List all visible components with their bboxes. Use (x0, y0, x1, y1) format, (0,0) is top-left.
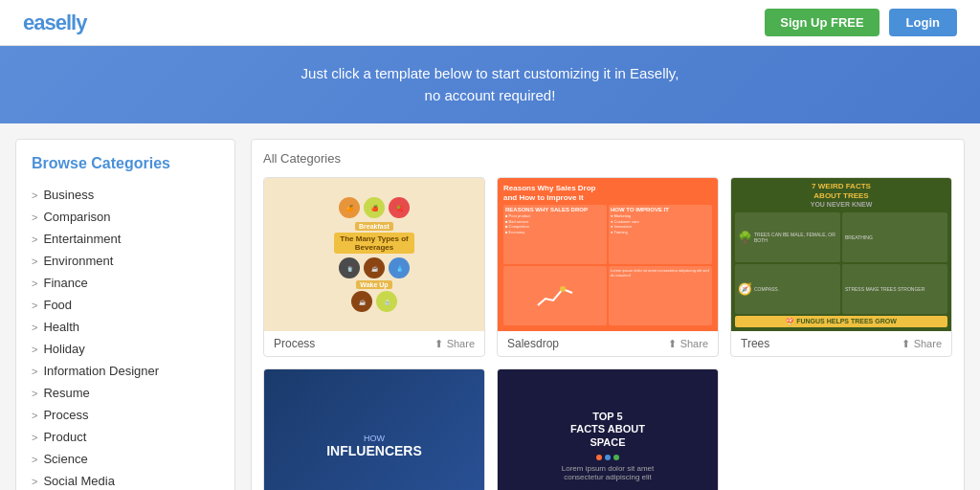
chevron-icon: > (32, 256, 37, 267)
sidebar-item-label: Finance (43, 276, 87, 290)
sales-section-2: HOW TO IMPROVE IT ● Marketing● Customer … (609, 205, 712, 264)
space-dot-1 (596, 455, 602, 460)
sidebar-item-business[interactable]: > Business (32, 184, 219, 206)
sidebar-item-science[interactable]: > Science (32, 448, 219, 470)
bev-breakfast-label: Breakfast (355, 222, 393, 231)
trees-grid: 🌳 TREES CAN BE MALE, FEMALE, OR BOTH BRE… (735, 212, 947, 314)
card-label-salesdrop: Salesdrop (507, 337, 559, 350)
sidebar-item-resume[interactable]: > Resume (32, 382, 219, 404)
svg-point-0 (560, 286, 566, 292)
sidebar-item-label: Comparison (43, 210, 110, 224)
infographic-beverages: 🍊 🍎 🍓 Breakfast The Many Types ofBeverag… (264, 178, 484, 331)
sidebar-item-label: Process (43, 408, 88, 422)
sales-section-4: Lorem ipsum dolor sit amet consectetur a… (609, 266, 712, 325)
infographic-trees: 7 WEIRD FACTSABOUT TREESYOU NEVER KNEW 🌳… (731, 178, 951, 331)
share-button-process[interactable]: ⬆ Share (434, 338, 475, 350)
cards-grid: 🍊 🍎 🍓 Breakfast The Many Types ofBeverag… (263, 177, 952, 490)
login-button[interactable]: Login (889, 9, 957, 36)
bev-main-title: The Many Types ofBeverages (334, 233, 413, 254)
sidebar-item-food[interactable]: > Food (32, 294, 219, 316)
sidebar-item-label: Information Designer (43, 364, 159, 378)
card-image-salesdrop: Reasons Why Sales Dropand How to Improve… (498, 178, 718, 331)
trees-cell-4: STRESS MAKE TREES STRONGER (842, 264, 947, 314)
sidebar-item-label: Resume (43, 386, 89, 400)
sidebar-item-health[interactable]: > Health (32, 316, 219, 338)
sidebar-item-environment[interactable]: > Environment (32, 250, 219, 272)
sidebar-item-label: Product (43, 430, 86, 444)
sidebar-item-label: Environment (43, 254, 113, 268)
chevron-icon: > (32, 300, 37, 311)
infographic-space: TOP 5FACTS ABOUTSPACE Lorem ipsum dolor … (498, 369, 718, 490)
card-trees[interactable]: 7 WEIRD FACTSABOUT TREESYOU NEVER KNEW 🌳… (730, 177, 952, 357)
card-image-trees: 7 WEIRD FACTSABOUT TREESYOU NEVER KNEW 🌳… (731, 178, 951, 331)
sidebar-item-label: Business (43, 188, 94, 202)
share-button-salesdrop[interactable]: ⬆ Share (668, 338, 708, 350)
card-image-space: TOP 5FACTS ABOUTSPACE Lorem ipsum dolor … (498, 369, 718, 490)
chevron-icon: > (32, 454, 37, 465)
banner-line1: Just click a template below to start cus… (19, 63, 961, 85)
sales-section-3 (503, 266, 607, 325)
space-dots (596, 455, 619, 460)
sidebar-item-holiday[interactable]: > Holiday (32, 338, 219, 360)
sidebar: Browse Categories > Business > Compariso… (15, 139, 235, 490)
sales-title: Reasons Why Sales Dropand How to Improve… (503, 184, 712, 202)
sidebar-item-comparison[interactable]: > Comparison (32, 206, 219, 228)
infographic-sales: Reasons Why Sales Dropand How to Improve… (498, 178, 718, 331)
sidebar-item-finance[interactable]: > Finance (32, 272, 219, 294)
trees-bottom: 🍄 FUNGUS HELPS TREES GROW (735, 316, 947, 327)
logo-text-highlight: lly (66, 11, 86, 34)
card-influencers[interactable]: HOW INFLUENCERS (263, 368, 485, 490)
chevron-icon: > (32, 476, 37, 487)
banner: Just click a template below to start cus… (0, 46, 980, 123)
sidebar-item-process[interactable]: > Process (32, 404, 219, 426)
chevron-icon: > (32, 410, 37, 421)
space-dot-2 (605, 455, 611, 460)
chevron-icon: > (32, 366, 37, 377)
chevron-icon: > (32, 388, 37, 399)
card-label-process: Process (274, 337, 315, 350)
sidebar-item-label: Holiday (43, 342, 84, 356)
main-layout: Browse Categories > Business > Compariso… (0, 123, 980, 490)
share-icon: ⬆ (902, 338, 910, 350)
sidebar-item-information-designer[interactable]: > Information Designer (32, 360, 219, 382)
sidebar-item-entertainment[interactable]: > Entertainment (32, 228, 219, 250)
chevron-icon: > (32, 212, 37, 223)
inf-title: INFLUENCERS (326, 443, 422, 459)
card-salesdrop[interactable]: Reasons Why Sales Dropand How to Improve… (497, 177, 719, 357)
content-section-label: All Categories (263, 151, 952, 166)
card-space[interactable]: TOP 5FACTS ABOUTSPACE Lorem ipsum dolor … (497, 368, 719, 490)
sidebar-item-label: Science (43, 452, 87, 466)
chevron-icon: > (32, 278, 37, 289)
sales-grid: REASONS WHY SALES DROP ■ Poor product■ B… (503, 205, 712, 325)
header-buttons: Sign Up FREE Login (765, 9, 957, 36)
share-button-trees[interactable]: ⬆ Share (902, 338, 942, 350)
share-icon: ⬆ (668, 338, 677, 350)
signup-button[interactable]: Sign Up FREE (765, 9, 879, 36)
banner-line2: no account required! (19, 85, 961, 107)
sidebar-item-label: Food (43, 298, 72, 312)
card-footer-salesdrop: Salesdrop ⬆ Share (498, 331, 718, 356)
inf-how-label: HOW (364, 434, 385, 443)
card-process[interactable]: 🍊 🍎 🍓 Breakfast The Many Types ofBeverag… (263, 177, 485, 357)
card-footer-process: Process ⬆ Share (264, 331, 484, 356)
card-image-influencers: HOW INFLUENCERS (264, 369, 484, 490)
chevron-icon: > (32, 234, 37, 245)
sidebar-item-product[interactable]: > Product (32, 426, 219, 448)
logo: easelly (23, 11, 86, 35)
space-dot-3 (613, 455, 619, 460)
chevron-icon: > (32, 189, 37, 201)
card-label-trees: Trees (741, 337, 769, 350)
content-area: All Categories 🍊 🍎 🍓 Breakfast The Many … (251, 139, 965, 490)
chevron-icon: > (32, 344, 37, 355)
card-footer-trees: Trees ⬆ Share (731, 331, 951, 356)
sidebar-item-social-media[interactable]: > Social Media (32, 470, 219, 490)
sidebar-item-label: Health (43, 320, 79, 334)
card-image-process: 🍊 🍎 🍓 Breakfast The Many Types ofBeverag… (264, 178, 484, 331)
infographic-influencers: HOW INFLUENCERS (264, 369, 484, 490)
header: easelly Sign Up FREE Login (0, 0, 980, 46)
sidebar-item-label: Entertainment (43, 232, 121, 246)
logo-text-main: ease (23, 11, 66, 34)
chevron-icon: > (32, 432, 37, 443)
sidebar-item-label: Social Media (43, 474, 114, 488)
trees-title: 7 WEIRD FACTSABOUT TREESYOU NEVER KNEW (735, 182, 947, 210)
